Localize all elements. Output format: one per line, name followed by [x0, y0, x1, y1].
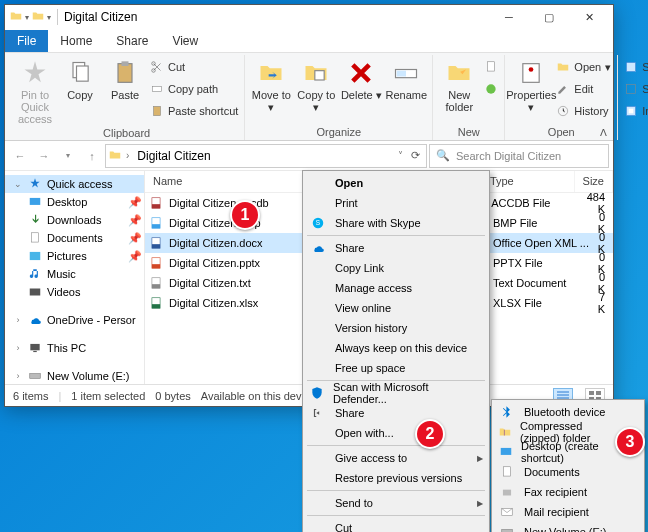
nav-documents[interactable]: Documents📌	[5, 229, 144, 247]
delete-button[interactable]: Delete ▾	[339, 57, 383, 102]
easy-access-button[interactable]	[482, 79, 500, 99]
svg-rect-7	[154, 106, 161, 115]
menu-open[interactable]: Open	[305, 173, 487, 193]
edit-button[interactable]: Edit	[554, 79, 613, 99]
copy-to-button[interactable]: Copy to ▾	[294, 57, 338, 114]
menu-always-keep[interactable]: Always keep on this device	[305, 338, 487, 358]
svg-rect-17	[627, 84, 636, 93]
svg-rect-21	[32, 233, 39, 242]
svg-rect-33	[152, 224, 160, 228]
ribbon-group-new: New folder New	[433, 55, 505, 140]
menu-restore[interactable]: Restore previous versions	[305, 468, 487, 488]
sendto-bluetooth[interactable]: Bluetooth device	[494, 402, 642, 422]
navigation-bar: ← → ▾ ↑ › Digital Citizen ˅ ⟳ 🔍 Search D…	[5, 141, 613, 171]
nav-quick-access[interactable]: ⌄Quick access	[5, 175, 144, 193]
navigation-pane[interactable]: ⌄Quick access Desktop📌 Downloads📌 Docume…	[5, 171, 145, 384]
menu-onedrive-share[interactable]: Share	[305, 238, 487, 258]
svg-point-14	[529, 67, 534, 72]
status-bytes: 0 bytes	[155, 390, 190, 402]
nav-volume[interactable]: ›New Volume (E:)	[5, 367, 144, 384]
ribbon-group-select: Select all Select none Invert selection	[618, 55, 648, 140]
nav-videos[interactable]: Videos	[5, 283, 144, 301]
nav-onedrive[interactable]: ›OneDrive - Persor	[5, 311, 144, 329]
sendto-volume[interactable]: New Volume (E:)	[494, 522, 642, 532]
close-button[interactable]: ✕	[569, 5, 609, 29]
back-button[interactable]: ←	[9, 145, 31, 167]
maximize-button[interactable]: ▢	[529, 5, 569, 29]
move-to-button[interactable]: Move to ▾	[249, 57, 293, 114]
minimize-button[interactable]: ─	[489, 5, 529, 29]
new-item-button[interactable]	[482, 57, 500, 77]
menu-open-with[interactable]: Open with...	[305, 423, 487, 443]
paste-shortcut-button[interactable]: Paste shortcut	[148, 101, 240, 121]
svg-rect-43	[596, 391, 601, 395]
tab-share[interactable]: Share	[104, 30, 160, 52]
status-item-count: 6 items	[13, 390, 48, 402]
open-button[interactable]: Open ▾	[554, 57, 613, 77]
nav-downloads[interactable]: Downloads📌	[5, 211, 144, 229]
svg-rect-50	[504, 467, 511, 476]
history-button[interactable]: History	[554, 101, 613, 121]
new-folder-button[interactable]: New folder	[437, 57, 481, 113]
ribbon: Pin to Quick access Copy Paste Cut Copy …	[5, 53, 613, 141]
nav-this-pc[interactable]: ›This PC	[5, 339, 144, 357]
nav-desktop[interactable]: Desktop📌	[5, 193, 144, 211]
refresh-icon[interactable]: ⟳	[407, 149, 424, 162]
pin-to-quick-access-button[interactable]: Pin to Quick access	[13, 57, 57, 125]
nav-pictures[interactable]: Pictures📌	[5, 247, 144, 265]
recent-button[interactable]: ▾	[57, 145, 79, 167]
svg-rect-35	[152, 244, 160, 248]
menu-give-access[interactable]: Give access to	[305, 448, 487, 468]
menu-defender[interactable]: Scan with Microsoft Defender...	[305, 383, 487, 403]
menu-cut[interactable]: Cut	[305, 518, 487, 532]
menu-view-online[interactable]: View online	[305, 298, 487, 318]
forward-button[interactable]: →	[33, 145, 55, 167]
copy-path-button[interactable]: Copy path	[148, 79, 240, 99]
svg-rect-23	[30, 289, 41, 296]
copy-button[interactable]: Copy	[58, 57, 102, 101]
invert-selection-button[interactable]: Invert selection	[622, 101, 648, 121]
svg-rect-25	[33, 351, 37, 352]
sendto-mail[interactable]: Mail recipient	[494, 502, 642, 522]
tab-home[interactable]: Home	[48, 30, 104, 52]
window-title: Digital Citizen	[64, 10, 489, 24]
file-tab[interactable]: File	[5, 30, 48, 52]
chevron-right-icon[interactable]: ›	[126, 150, 129, 161]
paste-button[interactable]: Paste	[103, 57, 147, 101]
sendto-fax[interactable]: Fax recipient	[494, 482, 642, 502]
search-icon: 🔍	[436, 149, 450, 162]
annotation-badge-3: 3	[615, 427, 645, 457]
menu-share-skype[interactable]: SShare with Skype	[305, 213, 487, 233]
svg-rect-20	[30, 198, 41, 205]
nav-music[interactable]: Music	[5, 265, 144, 283]
folder-icon	[9, 9, 23, 25]
select-none-button[interactable]: Select none	[622, 79, 648, 99]
address-bar[interactable]: › Digital Citizen ˅ ⟳	[105, 144, 427, 168]
svg-point-12	[487, 84, 496, 93]
titlebar: ▾ ▾ Digital Citizen ─ ▢ ✕	[5, 5, 613, 29]
dropdown-icon[interactable]: ▾	[25, 13, 29, 22]
dropdown-icon[interactable]: ˅	[398, 150, 403, 161]
folder-icon	[108, 148, 122, 164]
menu-free-space[interactable]: Free up space	[305, 358, 487, 378]
menu-manage-access[interactable]: Manage access	[305, 278, 487, 298]
sendto-documents[interactable]: Documents	[494, 462, 642, 482]
select-all-button[interactable]: Select all	[622, 57, 648, 77]
search-input[interactable]: 🔍 Search Digital Citizen	[429, 144, 609, 168]
dropdown-icon[interactable]: ▾	[47, 13, 51, 22]
properties-button[interactable]: Properties ▾	[509, 57, 553, 114]
cut-button[interactable]: Cut	[148, 57, 240, 77]
menu-version-history[interactable]: Version history	[305, 318, 487, 338]
menu-share[interactable]: Share	[305, 403, 487, 423]
menu-print[interactable]: Print	[305, 193, 487, 213]
menu-send-to[interactable]: Send to	[305, 493, 487, 513]
svg-rect-10	[397, 71, 406, 77]
collapse-ribbon-icon[interactable]: ᐱ	[600, 127, 607, 138]
breadcrumb[interactable]: Digital Citizen	[133, 149, 214, 163]
up-button[interactable]: ↑	[81, 145, 103, 167]
col-type: Type	[482, 171, 575, 192]
menu-copy-link[interactable]: Copy Link	[305, 258, 487, 278]
tab-view[interactable]: View	[160, 30, 210, 52]
rename-button[interactable]: Rename	[384, 57, 428, 101]
ribbon-group-clipboard: Pin to Quick access Copy Paste Cut Copy …	[9, 55, 245, 140]
